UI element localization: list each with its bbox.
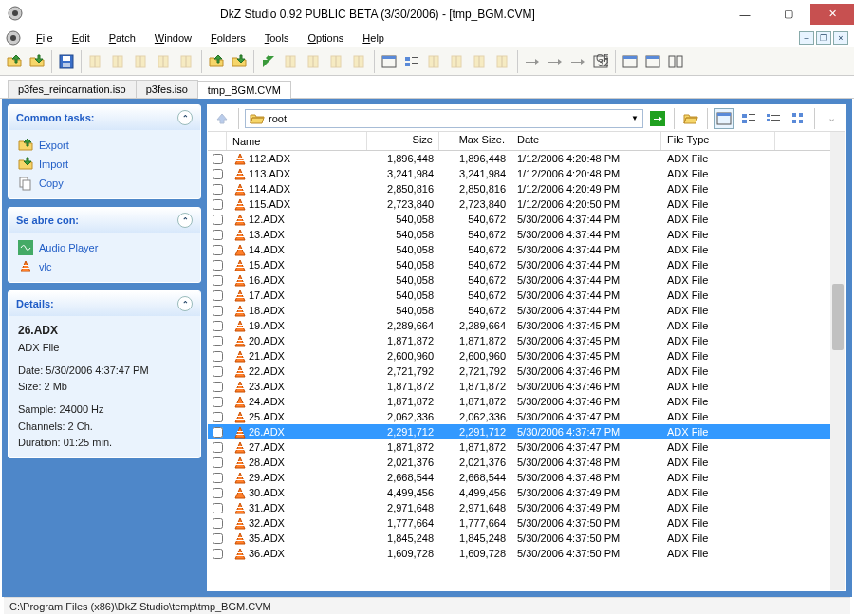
row-checkbox[interactable]: [213, 245, 223, 255]
file-row[interactable]: 13.ADX540,058540,6725/30/2006 4:37:44 PM…: [208, 227, 830, 242]
row-checkbox[interactable]: [213, 366, 223, 377]
tab-p3fes-iso[interactable]: p3fes.iso: [136, 80, 198, 98]
mdi-restore-button[interactable]: ❐: [816, 31, 831, 45]
row-checkbox[interactable]: [213, 503, 223, 513]
file-row[interactable]: 115.ADX2,723,8402,723,8401/12/2006 4:20:…: [208, 196, 830, 212]
file-row[interactable]: 25.ADX2,062,3362,062,3365/30/2006 4:37:4…: [208, 409, 830, 424]
tool-button-9[interactable]: [349, 51, 370, 72]
row-checkbox[interactable]: [213, 290, 223, 301]
row-checkbox[interactable]: [213, 199, 223, 210]
copy-link[interactable]: Copy: [18, 174, 191, 193]
row-checkbox[interactable]: [213, 427, 223, 438]
menu-file[interactable]: File: [27, 30, 63, 46]
window-view-3-button[interactable]: [665, 51, 686, 72]
save-button[interactable]: [56, 51, 77, 72]
file-row[interactable]: 22.ADX2,721,7922,721,7925/30/2006 4:37:4…: [208, 364, 830, 379]
crc-button[interactable]: [590, 51, 611, 72]
tool-button-5[interactable]: [176, 51, 197, 72]
mdi-close-button[interactable]: ×: [833, 31, 848, 45]
tool-button-12[interactable]: [470, 51, 491, 72]
path-combo[interactable]: root ▼: [245, 109, 643, 128]
row-checkbox[interactable]: [213, 488, 223, 498]
close-button[interactable]: ✕: [810, 4, 854, 25]
row-checkbox[interactable]: [213, 169, 223, 179]
row-checkbox[interactable]: [213, 549, 223, 559]
mdi-minimize-button[interactable]: –: [799, 31, 814, 45]
row-checkbox[interactable]: [213, 336, 223, 346]
vlc-link[interactable]: vlc: [18, 257, 191, 276]
file-row[interactable]: 29.ADX2,668,5442,668,5445/30/2006 4:37:4…: [208, 470, 830, 485]
tab-p3fes-reincarnation-iso[interactable]: p3fes_reincarnation.iso: [8, 80, 137, 98]
row-checkbox[interactable]: [213, 306, 223, 316]
col-date[interactable]: Date: [511, 132, 661, 150]
row-checkbox[interactable]: [213, 215, 223, 225]
menu-help[interactable]: Help: [353, 30, 394, 46]
file-row[interactable]: 14.ADX540,058540,6725/30/2006 4:37:44 PM…: [208, 242, 830, 257]
align-button-2[interactable]: [545, 51, 566, 72]
file-row[interactable]: 19.ADX2,289,6642,289,6645/30/2006 4:37:4…: [208, 318, 830, 333]
view-mode-1-button[interactable]: [714, 108, 734, 129]
file-row[interactable]: 35.ADX1,845,2481,845,2485/30/2006 4:37:5…: [208, 531, 830, 546]
file-row[interactable]: 112.ADX1,896,4481,896,4481/12/2006 4:20:…: [208, 151, 830, 166]
audio-player-link[interactable]: Audio Player: [18, 238, 191, 257]
file-row[interactable]: 12.ADX540,058540,6725/30/2006 4:37:44 PM…: [208, 212, 830, 227]
row-checkbox[interactable]: [213, 230, 223, 240]
tool-button-6[interactable]: [281, 51, 302, 72]
tool-button-7[interactable]: [304, 51, 325, 72]
minimize-button[interactable]: —: [723, 4, 767, 25]
tool-button-2[interactable]: [108, 51, 129, 72]
file-row[interactable]: 17.ADX540,058540,6725/30/2006 4:37:44 PM…: [208, 288, 830, 303]
options-dropdown-button[interactable]: ⌄: [821, 108, 842, 129]
file-row[interactable]: 28.ADX2,021,3762,021,3765/30/2006 4:37:4…: [208, 455, 830, 470]
file-row[interactable]: 20.ADX1,871,8721,871,8725/30/2006 4:37:4…: [208, 333, 830, 348]
menu-tools[interactable]: Tools: [255, 30, 299, 46]
file-row[interactable]: 23.ADX1,871,8721,871,8725/30/2006 4:37:4…: [208, 379, 830, 394]
open-button[interactable]: [27, 51, 47, 72]
view-mode-2-button[interactable]: [738, 108, 759, 129]
align-button-3[interactable]: [567, 51, 588, 72]
file-row[interactable]: 18.ADX540,058540,6725/30/2006 4:37:44 PM…: [208, 303, 830, 318]
file-row[interactable]: 113.ADX3,241,9843,241,9841/12/2006 4:20:…: [208, 166, 830, 181]
row-checkbox[interactable]: [213, 321, 223, 331]
col-name[interactable]: Name: [227, 132, 367, 150]
collapse-icon[interactable]: ⌃: [177, 296, 193, 311]
open-green-button[interactable]: [4, 51, 25, 72]
tool-button-13[interactable]: [492, 51, 513, 72]
run-button[interactable]: [258, 51, 279, 72]
row-checkbox[interactable]: [213, 442, 223, 453]
row-checkbox[interactable]: [213, 260, 223, 271]
col-size[interactable]: Size: [367, 132, 439, 150]
row-checkbox[interactable]: [213, 275, 223, 286]
tool-button-3[interactable]: [131, 51, 152, 72]
maximize-button[interactable]: ▢: [767, 4, 810, 25]
menu-window[interactable]: Window: [145, 30, 201, 46]
file-row[interactable]: 30.ADX4,499,4564,499,4565/30/2006 4:37:4…: [208, 485, 830, 500]
tool-button-8[interactable]: [326, 51, 347, 72]
import-link[interactable]: Import: [18, 155, 191, 174]
go-button[interactable]: [647, 108, 668, 129]
window-view-1-button[interactable]: [620, 51, 640, 72]
row-checkbox[interactable]: [213, 351, 223, 362]
menu-edit[interactable]: Edit: [63, 30, 100, 46]
view-details-button[interactable]: [379, 51, 399, 72]
browse-button[interactable]: [680, 108, 701, 129]
file-row[interactable]: 27.ADX1,871,8721,871,8725/30/2006 4:37:4…: [208, 439, 830, 455]
tool-button-10[interactable]: [424, 51, 445, 72]
view-list-button[interactable]: [401, 51, 422, 72]
export-tool-button[interactable]: [206, 51, 227, 72]
row-checkbox[interactable]: [213, 457, 223, 468]
row-checkbox[interactable]: [213, 382, 223, 392]
file-row[interactable]: 16.ADX540,058540,6725/30/2006 4:37:44 PM…: [208, 272, 830, 288]
row-checkbox[interactable]: [213, 154, 223, 164]
file-row[interactable]: 32.ADX1,777,6641,777,6645/30/2006 4:37:5…: [208, 515, 830, 531]
vertical-scrollbar[interactable]: [830, 132, 845, 590]
up-button[interactable]: [212, 108, 232, 129]
file-row[interactable]: 114.ADX2,850,8162,850,8161/12/2006 4:20:…: [208, 181, 830, 196]
col-maxsize[interactable]: Max Size.: [439, 132, 511, 150]
row-checkbox[interactable]: [213, 412, 223, 422]
file-row[interactable]: 21.ADX2,600,9602,600,9605/30/2006 4:37:4…: [208, 348, 830, 364]
menu-folders[interactable]: Folders: [201, 30, 255, 46]
tool-button-11[interactable]: [447, 51, 468, 72]
row-checkbox[interactable]: [213, 184, 223, 195]
file-row[interactable]: 24.ADX1,871,8721,871,8725/30/2006 4:37:4…: [208, 394, 830, 409]
